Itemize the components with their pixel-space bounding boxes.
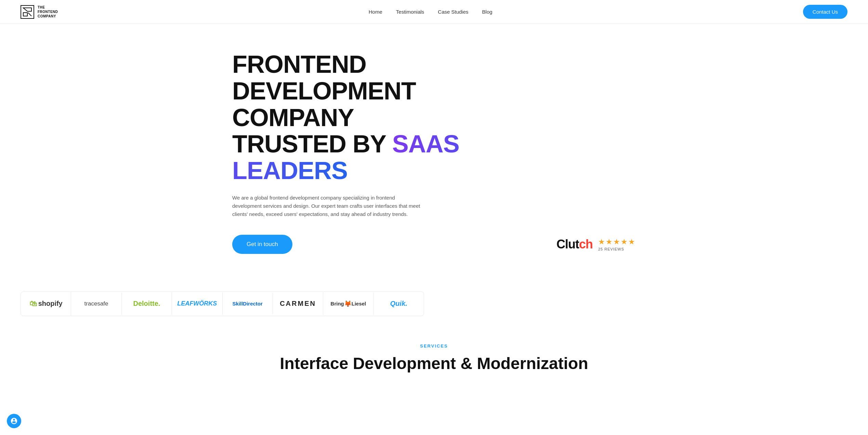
skilldirector-text: SkillDirector [233,301,263,307]
logo-carmen: CARMEN [273,292,323,315]
hero-description: We are a global frontend development com… [232,194,424,218]
nav-home[interactable]: Home [369,9,382,15]
navbar: THE FRONTEND COMPANY Home Testimonials C… [0,0,868,24]
logo-shopify: 🛍 shopify [21,292,71,316]
services-section: SERVICES Interface Development & Moderni… [0,316,868,386]
nav-blog[interactable]: Blog [482,9,492,15]
contact-us-button[interactable]: Contact Us [803,5,847,19]
clutch-widget: Clutch ★★★★★ 25 REVIEWS [556,237,636,252]
hero-section: FRONTEND DEVELOPMENT COMPANY TRUSTED BY … [212,24,656,274]
nav-case-studies[interactable]: Case Studies [438,9,468,15]
logo-quik: Quik. [374,292,424,315]
clutch-stars: ★★★★★ [598,237,636,246]
tracesafe-text: tracesafe [84,300,108,307]
svg-marker-0 [23,8,31,11]
clutch-logo: Clutch [556,237,593,252]
quik-text: Quik. [390,300,407,308]
carmen-text: CARMEN [280,300,316,308]
services-title: Interface Development & Modernization [21,354,847,373]
nav-links: Home Testimonials Case Studies Blog [369,9,492,15]
get-in-touch-button[interactable]: Get in touch [232,235,292,254]
logo-tracesafe: tracesafe [71,293,121,315]
logo-deloitte: Deloitte. [122,292,172,315]
logo-icon [21,5,34,19]
logo-skilldirector: SkillDirector [223,293,273,314]
clutch-rating: ★★★★★ 25 REVIEWS [598,237,636,251]
services-label: SERVICES [21,343,847,349]
bringliesel-text: Bring [331,301,344,307]
svg-line-2 [28,13,31,16]
logo-bringliesel: Bring 🦊 Liesel [323,293,373,315]
svg-marker-1 [23,13,27,16]
shopify-text: shopify [38,300,63,308]
hero-title: FRONTEND DEVELOPMENT COMPANY TRUSTED BY … [232,51,499,184]
clutch-reviews: 25 REVIEWS [598,247,624,251]
hero-bottom-row: Get in touch Clutch ★★★★★ 25 REVIEWS [232,235,636,254]
nav-testimonials[interactable]: Testimonials [396,9,424,15]
leafworks-text: LEAFWÖRKS [177,300,217,307]
clutch-ch: ch [579,237,593,251]
logo[interactable]: THE FRONTEND COMPANY [21,5,58,19]
bringliesel-text2: Liesel [352,301,366,307]
logo-text: THE FRONTEND COMPANY [38,5,58,18]
deloitte-text: Deloitte. [133,300,160,308]
client-logos-row: 🛍 shopify tracesafe Deloitte. LEAFWÖRKS … [21,291,424,316]
logo-svg [23,7,32,17]
shopify-bag-icon: 🛍 [29,299,37,308]
bringliesel-icon: 🦊 [344,300,352,308]
logo-leafworks: LEAFWÖRKS [172,293,222,315]
